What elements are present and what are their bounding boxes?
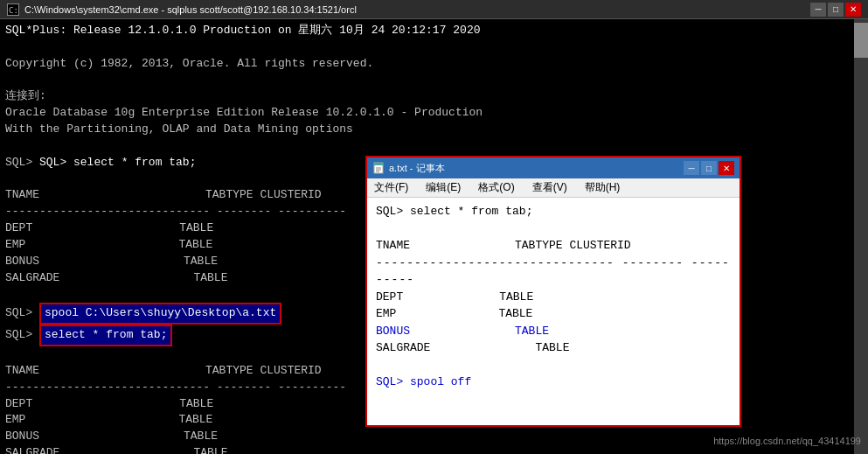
close-button[interactable]: ✕ [845,3,861,17]
menu-help[interactable]: 帮助(H) [581,178,624,197]
menu-file[interactable]: 文件(F) [371,178,412,197]
cmd-line-options: With the Partitioning, OLAP and Data Min… [5,122,863,138]
cmd-line-1: SQL*Plus: Release 12.1.0.1.0 Production … [5,23,863,39]
title-bar-text: C:\Windows\system32\cmd.exe - sqlplus sc… [24,4,357,15]
notepad-maximize-button[interactable]: □ [701,161,717,175]
notepad-close-button[interactable]: ✕ [719,161,734,175]
notepad-col-dash: ------------------------------- --------… [376,255,731,289]
notepad-spool-off: SQL> spool off [376,374,731,391]
minimize-button[interactable]: ─ [810,3,826,17]
maximize-button[interactable]: □ [828,3,844,17]
cmd-line-oracle: Oracle Database 10g Enterprise Edition R… [5,105,863,122]
svg-text:C:\: C:\ [9,6,18,15]
notepad-blank2 [376,357,731,374]
menu-edit[interactable]: 编辑(E) [422,178,464,197]
cmd-line-blank3 [5,138,863,155]
spool-command-box: spool C:\Users\shuyy\Desktop\a.txt [39,303,281,325]
cmd-line-connected: 连接到: [5,88,863,105]
cmd-line-copyright: Copyright (c) 1982, 2013, Oracle. All ri… [5,56,863,73]
scrollbar-track[interactable] [854,19,868,454]
menu-view[interactable]: 查看(V) [529,178,571,197]
menu-format[interactable]: 格式(O) [475,178,517,197]
select-command-box: select * from tab; [39,325,172,346]
notepad-row3: BONUSTABLE [376,323,731,340]
watermark: https://blog.csdn.net/qq_43414199 [713,435,861,449]
svg-rect-3 [374,163,383,165]
notepad-content: SQL> select * from tab; TNAMETABTYPE CLU… [367,198,740,425]
notepad-window: a.txt - 记事本 ─ □ ✕ 文件(F) 编辑(E) 格式(O) 查看(V… [365,156,741,427]
notepad-controls: ─ □ ✕ [684,161,734,175]
notepad-menu-bar: 文件(F) 编辑(E) 格式(O) 查看(V) 帮助(H) [367,178,740,198]
notepad-title-left: a.txt - 记事本 [372,162,445,175]
notepad-title-bar: a.txt - 记事本 ─ □ ✕ [367,157,740,178]
notepad-row1: DEPTTABLE [376,289,731,306]
notepad-row2: EMPTABLE [376,305,731,323]
cmd-icon: C:\ [7,3,19,16]
title-bar-left: C:\ C:\Windows\system32\cmd.exe - sqlplu… [7,3,357,16]
notepad-title-text: a.txt - 记事本 [389,162,445,175]
title-bar: C:\ C:\Windows\system32\cmd.exe - sqlplu… [0,0,868,19]
cmd-line-blank2 [5,73,863,89]
notepad-line1: SQL> select * from tab; [376,203,731,220]
notepad-row4: SALGRADETABLE [376,339,731,357]
cmd-line-blank1 [5,39,863,56]
scrollbar-thumb[interactable] [854,23,868,58]
notepad-icon [372,162,385,174]
notepad-blank1 [376,220,731,238]
title-bar-controls: ─ □ ✕ [810,3,861,17]
notepad-minimize-button[interactable]: ─ [684,161,699,175]
notepad-col-header: TNAMETABTYPE CLUSTERID [376,237,731,255]
